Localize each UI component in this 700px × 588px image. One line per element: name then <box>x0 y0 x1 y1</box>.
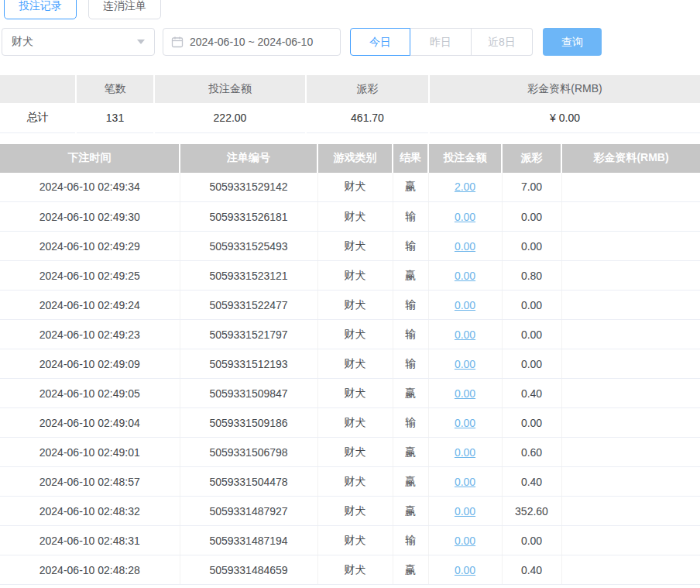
cell-bet-time: 2024-06-10 02:48:28 <box>0 555 180 585</box>
today-button[interactable]: 今日 <box>350 28 410 56</box>
tab-bet-records-label: 投注记录 <box>19 0 62 13</box>
summary-total-count: 131 <box>76 103 154 132</box>
search-button[interactable]: 查询 <box>543 28 602 56</box>
cell-payout: 352.60 <box>502 497 561 526</box>
summary-header-row: 笔数 投注金额 派彩 彩金资料(RMB) <box>0 75 700 103</box>
bet-amount-link[interactable]: 0.00 <box>455 358 475 370</box>
cell-bet-time: 2024-06-10 02:48:31 <box>0 526 180 555</box>
cell-bet-amount: 0.00 <box>428 526 502 555</box>
table-row: 2024-06-10 02:49:01 5059331506798 财犬 赢 0… <box>0 438 700 467</box>
bet-amount-link[interactable]: 0.00 <box>455 299 475 311</box>
cell-payout: 0.00 <box>502 526 561 555</box>
cell-bonus <box>561 408 700 438</box>
bet-table-header-row: 下注时间 注单编号 游戏类别 结果 投注金额 派彩 彩金资料(RMB) <box>0 144 700 173</box>
header-payout: 派彩 <box>502 144 561 173</box>
cell-payout: 0.00 <box>502 291 561 320</box>
cell-bet-amount: 0.00 <box>428 261 502 291</box>
cell-game-type: 财犬 <box>317 467 393 497</box>
cell-bonus <box>561 232 700 261</box>
cell-bonus <box>561 555 700 585</box>
table-row: 2024-06-10 02:48:32 5059331487927 财犬 赢 0… <box>0 497 700 526</box>
cell-bet-time: 2024-06-10 02:49:34 <box>0 173 180 202</box>
bet-amount-link[interactable]: 0.00 <box>455 328 475 341</box>
cell-order-id: 5059331487194 <box>180 526 317 555</box>
bet-amount-link[interactable]: 0.00 <box>455 564 475 576</box>
bet-amount-link[interactable]: 0.00 <box>455 270 475 282</box>
cell-bet-time: 2024-06-10 02:49:25 <box>0 261 180 291</box>
summary-total-payout: 461.70 <box>306 103 429 132</box>
bet-amount-link[interactable]: 0.00 <box>455 417 475 429</box>
header-bet-amount: 投注金额 <box>428 144 502 173</box>
cell-bet-time: 2024-06-10 02:49:23 <box>0 320 180 349</box>
bet-amount-link[interactable]: 0.00 <box>455 505 475 518</box>
table-row: 2024-06-10 02:49:09 5059331512193 财犬 输 0… <box>0 349 700 379</box>
cell-game-type: 财犬 <box>317 497 393 526</box>
bet-amount-link[interactable]: 0.00 <box>455 476 475 488</box>
table-row: 2024-06-10 02:49:25 5059331523121 财犬 赢 0… <box>0 261 700 291</box>
cell-game-type: 财犬 <box>317 320 393 349</box>
cell-order-id: 5059331509186 <box>180 408 317 438</box>
bet-table: 下注时间 注单编号 游戏类别 结果 投注金额 派彩 彩金资料(RMB) 2024… <box>0 144 700 586</box>
header-bet-time: 下注时间 <box>0 144 180 173</box>
cell-result: 输 <box>393 202 428 232</box>
header-order-id: 注单编号 <box>180 144 317 173</box>
cell-bonus <box>561 202 700 232</box>
cell-game-type: 财犬 <box>317 261 393 291</box>
cell-game-type: 财犬 <box>317 438 393 467</box>
cell-bet-time: 2024-06-10 02:48:32 <box>0 497 180 526</box>
tab-cancelled-orders[interactable]: 连消注单 <box>88 0 161 19</box>
cell-result: 赢 <box>393 173 428 202</box>
cell-result: 赢 <box>393 467 428 497</box>
cell-game-type: 财犬 <box>317 232 393 261</box>
cell-payout: 0.40 <box>502 467 561 497</box>
cell-bet-time: 2024-06-10 02:49:29 <box>0 232 180 261</box>
cell-bonus <box>561 173 700 202</box>
bet-amount-link[interactable]: 0.00 <box>455 211 475 223</box>
cell-bonus <box>561 467 700 497</box>
cell-payout: 0.00 <box>502 349 561 379</box>
header-game-type: 游戏类别 <box>317 144 393 173</box>
last-8-days-button[interactable]: 近8日 <box>472 28 533 56</box>
cell-result: 赢 <box>393 497 428 526</box>
cell-order-id: 5059331522477 <box>180 291 317 320</box>
summary-header-count: 笔数 <box>76 75 154 103</box>
cell-game-type: 财犬 <box>317 379 393 408</box>
cell-bonus <box>561 261 700 291</box>
table-row: 2024-06-10 02:49:04 5059331509186 财犬 输 0… <box>0 408 700 438</box>
yesterday-button[interactable]: 昨日 <box>410 28 472 56</box>
bet-amount-link[interactable]: 0.00 <box>455 240 475 253</box>
cell-order-id: 5059331526181 <box>180 202 317 232</box>
table-row: 2024-06-10 02:49:23 5059331521797 财犬 输 0… <box>0 320 700 349</box>
table-row: 2024-06-10 02:48:31 5059331487194 财犬 输 0… <box>0 526 700 555</box>
game-select[interactable]: 财犬 <box>2 28 155 56</box>
bet-table-body: 2024-06-10 02:49:34 5059331529142 财犬 赢 2… <box>0 173 700 585</box>
summary-header-bet-amount: 投注金额 <box>154 75 306 103</box>
cell-order-id: 5059331506798 <box>180 438 317 467</box>
cell-payout: 0.40 <box>502 379 561 408</box>
cell-bet-time: 2024-06-10 02:49:30 <box>0 202 180 232</box>
date-range-picker[interactable]: 2024-06-10 ~ 2024-06-10 <box>163 28 341 56</box>
bet-amount-link[interactable]: 0.00 <box>455 535 475 547</box>
cell-bet-amount: 0.00 <box>428 497 502 526</box>
cell-bonus <box>561 438 700 467</box>
tab-bet-records[interactable]: 投注记录 <box>4 0 77 19</box>
cell-bonus <box>561 526 700 555</box>
game-select-value: 财犬 <box>12 35 33 49</box>
cell-bet-amount: 0.00 <box>428 349 502 379</box>
bet-amount-link[interactable]: 0.00 <box>455 446 475 459</box>
cell-game-type: 财犬 <box>317 349 393 379</box>
header-result: 结果 <box>393 144 428 173</box>
cell-payout: 0.80 <box>502 261 561 291</box>
bet-amount-link[interactable]: 0.00 <box>455 387 475 400</box>
summary-total-row: 总计 131 222.00 461.70 ¥ 0.00 <box>0 103 700 132</box>
cell-game-type: 财犬 <box>317 555 393 585</box>
cell-result: 输 <box>393 526 428 555</box>
table-row: 2024-06-10 02:49:24 5059331522477 财犬 输 0… <box>0 291 700 320</box>
cell-result: 赢 <box>393 438 428 467</box>
cell-bet-amount: 0.00 <box>428 291 502 320</box>
bet-amount-link[interactable]: 2.00 <box>455 181 475 193</box>
cell-payout: 0.60 <box>502 438 561 467</box>
cell-result: 输 <box>393 320 428 349</box>
bet-records-page: 投注记录 连消注单 财犬 2024-06-10 ~ 2024-06-10 今日 <box>0 0 700 588</box>
summary-total-bonus: ¥ 0.00 <box>429 103 700 132</box>
